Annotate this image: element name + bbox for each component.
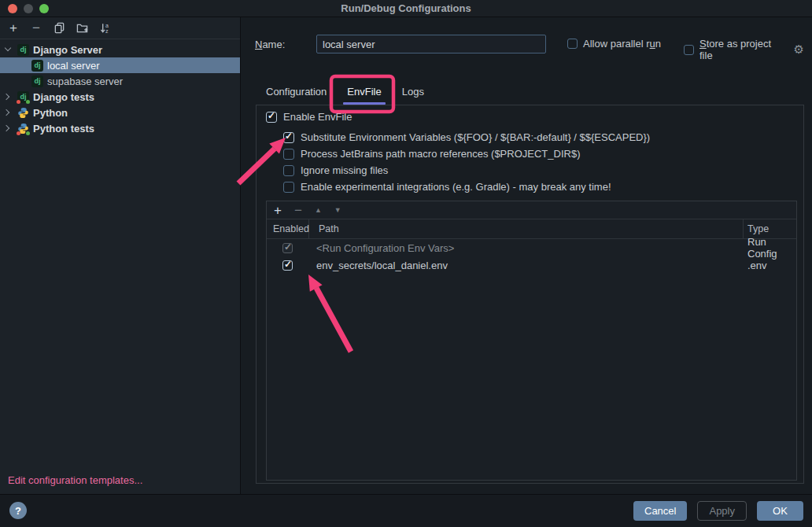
minimize-window-button[interactable] [24, 4, 33, 13]
add-configuration-icon[interactable]: + [7, 22, 20, 35]
store-as-project-file-label: Store as project file [699, 38, 787, 61]
experimental-integrations-checkbox[interactable] [283, 182, 294, 193]
django-icon: dj [17, 44, 29, 56]
table-row[interactable]: env_secrets/local_daniel.env .env [267, 256, 796, 274]
zoom-window-button[interactable] [39, 4, 49, 13]
django-test-icon: dj [17, 91, 29, 103]
edit-configuration-templates-link[interactable]: Edit configuration templates... [8, 474, 142, 486]
footer-buttons: Cancel Apply OK [633, 501, 803, 521]
svg-text:a: a [105, 23, 108, 28]
substitute-env-vars-option[interactable]: Substitute Environment Variables (${FOO}… [283, 131, 650, 143]
name-row: Name: Allow parallel run Store as projec… [255, 35, 804, 53]
name-input[interactable] [316, 35, 546, 53]
svg-text:z: z [105, 28, 108, 34]
envfile-panel: Enable EnvFile Substitute Environment Va… [256, 105, 804, 484]
table-header: Enabled Path Type [267, 219, 796, 239]
enable-envfile-option[interactable]: Enable EnvFile [266, 111, 352, 123]
row-enabled-checkbox [282, 243, 293, 253]
configurations-tree: dj Django Server dj local server dj supa… [0, 39, 240, 136]
column-header-enabled: Enabled [267, 219, 309, 238]
sort-alphabetically-icon[interactable]: az [98, 22, 111, 35]
store-as-project-file-option[interactable]: Store as project file ⚙ [684, 38, 804, 61]
configurations-sidebar: + − az dj Django Server dj local server [0, 17, 241, 494]
title-bar: Run/Debug Configurations [0, 0, 812, 17]
env-files-table: + − ▲ ▼ Enabled Path Type <Run Configura… [266, 201, 797, 481]
remove-configuration-icon[interactable]: − [30, 22, 42, 35]
store-as-project-file-checkbox[interactable] [684, 45, 694, 55]
enable-envfile-checkbox[interactable] [266, 112, 277, 123]
allow-parallel-run-label: Allow parallel run [583, 38, 661, 50]
table-row[interactable]: <Run Configuration Env Vars> Run Config [267, 239, 796, 256]
column-header-path: Path [309, 219, 744, 238]
allow-parallel-run-option[interactable]: Allow parallel run [567, 38, 661, 50]
apply-button[interactable]: Apply [697, 501, 747, 521]
tree-item-local-server[interactable]: dj local server [0, 57, 240, 73]
cancel-button[interactable]: Cancel [633, 501, 687, 521]
experimental-integrations-option[interactable]: Enable experimental integrations (e.g. G… [283, 181, 611, 193]
chevron-right-icon[interactable] [3, 94, 9, 100]
chevron-down-icon[interactable] [5, 45, 11, 51]
copy-configuration-icon[interactable] [53, 22, 65, 35]
row-enabled-checkbox[interactable] [282, 260, 293, 271]
ignore-missing-files-checkbox[interactable] [283, 165, 294, 176]
add-env-file-icon[interactable]: + [274, 205, 282, 216]
tree-item-django-server[interactable]: dj Django Server [0, 42, 240, 57]
window-controls [8, 4, 49, 13]
move-down-icon[interactable]: ▼ [334, 206, 341, 214]
tree-item-django-tests[interactable]: dj Django tests [0, 89, 240, 105]
substitute-env-vars-checkbox[interactable] [283, 132, 294, 143]
gear-icon[interactable]: ⚙ [794, 42, 804, 57]
close-window-button[interactable] [8, 4, 17, 13]
tab-configuration[interactable]: Configuration [256, 78, 337, 105]
name-label: Name: [255, 39, 285, 50]
tab-logs[interactable]: Logs [392, 78, 434, 105]
ignore-missing-files-option[interactable]: Ignore missing files [283, 164, 388, 176]
configuration-tabs: Configuration EnvFile Logs [256, 78, 434, 105]
django-icon: dj [31, 60, 43, 72]
process-path-macro-checkbox[interactable] [283, 149, 294, 160]
django-icon: dj [31, 76, 43, 87]
allow-parallel-run-checkbox[interactable] [567, 39, 578, 49]
sidebar-toolbar: + − az [0, 17, 240, 39]
tab-envfile[interactable]: EnvFile [337, 78, 391, 105]
run-debug-configurations-dialog: Run/Debug Configurations + − az dj Djang… [0, 0, 812, 527]
move-up-icon[interactable]: ▲ [315, 206, 322, 214]
help-icon[interactable]: ? [9, 502, 27, 519]
env-files-table-toolbar: + − ▲ ▼ [267, 201, 796, 219]
tree-item-python-tests[interactable]: Python tests [0, 120, 240, 136]
process-path-macro-option[interactable]: Process JetBrains path macro references … [283, 148, 580, 160]
tree-item-supabase-server[interactable]: dj supabase server [0, 73, 240, 89]
remove-env-file-icon[interactable]: − [294, 205, 302, 216]
dialog-footer: ? Cancel Apply OK [0, 494, 812, 527]
ok-button[interactable]: OK [757, 501, 803, 521]
chevron-right-icon[interactable] [3, 109, 9, 116]
dialog-title: Run/Debug Configurations [341, 2, 471, 14]
python-test-icon [17, 123, 29, 135]
new-folder-icon[interactable] [76, 22, 88, 35]
configuration-detail-pane: Name: Allow parallel run Store as projec… [242, 17, 812, 494]
tree-item-python[interactable]: Python [0, 105, 240, 120]
chevron-right-icon[interactable] [3, 125, 9, 131]
python-icon [17, 107, 29, 119]
